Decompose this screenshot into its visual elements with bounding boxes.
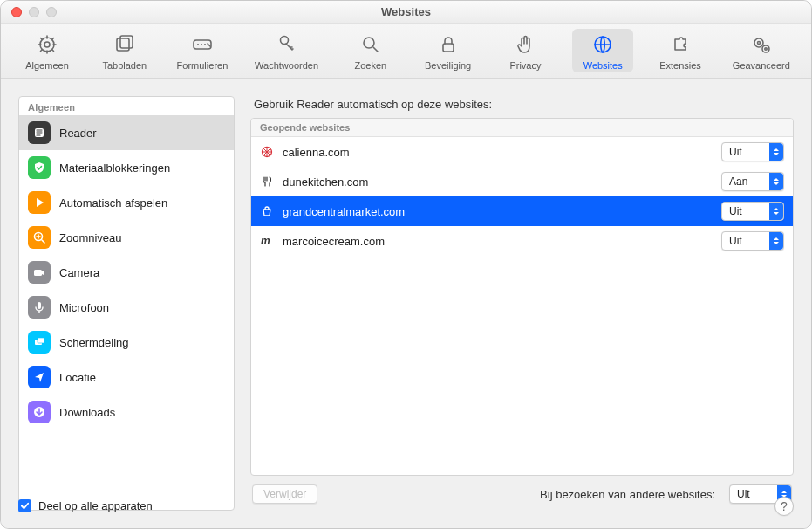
favicon-icon <box>260 175 274 189</box>
list-section-header: Geopende websites <box>251 119 793 137</box>
sidebar-item-label: Reader <box>59 127 97 140</box>
pane-footer: Verwijder Bij bezoeken van andere websit… <box>250 476 794 511</box>
website-value-dropdown[interactable]: Uit <box>721 202 784 221</box>
autofill-icon <box>190 32 215 58</box>
svg-point-12 <box>754 38 763 47</box>
svg-point-13 <box>757 42 760 45</box>
pane-title: Gebruik Reader automatisch op deze websi… <box>250 96 794 118</box>
toolbar-privacy[interactable]: Privacy <box>495 29 556 72</box>
sidebar-item-label: Materiaalblokkeringen <box>59 161 170 175</box>
toolbar-label: Websites <box>583 60 623 71</box>
toolbar-websites[interactable]: Websites <box>572 29 633 72</box>
sidebar-item-autoplay[interactable]: Automatisch afspelen <box>19 185 234 220</box>
location-icon <box>28 366 51 388</box>
dropdown-stepper-icon <box>769 143 783 161</box>
toolbar-label: Extensies <box>659 60 701 71</box>
content-body: Algemeen ReaderMateriaalblokkeringenAuto… <box>1 79 811 528</box>
settings-content: Gebruik Reader automatisch op deze websi… <box>250 96 794 511</box>
toolbar-label: Geavanceerd <box>733 60 790 71</box>
gears-icon <box>749 32 774 58</box>
toolbar-label: Formulieren <box>177 60 229 71</box>
sidebar-item-location[interactable]: Locatie <box>19 360 234 395</box>
website-row[interactable]: grandcentralmarket.com Uit <box>251 196 793 226</box>
dropdown-value: Aan <box>729 175 747 188</box>
sidebar-item-label: Schermdeling <box>59 336 129 349</box>
website-value-dropdown[interactable]: Uit <box>721 231 784 251</box>
sidebar-item-label: Automatisch afspelen <box>59 196 167 210</box>
svg-point-5 <box>197 44 199 45</box>
share-label: Deel op alle apparaten <box>38 499 153 512</box>
favicon-icon <box>260 145 274 159</box>
shield-icon <box>28 156 51 179</box>
preferences-window: Websites AlgemeenTabbladenFormulierenWac… <box>0 0 812 529</box>
toolbar-label: Wachtwoorden <box>255 60 318 71</box>
share-checkbox[interactable] <box>18 499 31 512</box>
website-domain: dunekitchen.com <box>283 175 713 189</box>
sidebar-item-label: Locatie <box>59 371 96 384</box>
toolbar-general[interactable]: Algemeen <box>17 29 78 72</box>
reader-icon <box>28 121 51 144</box>
favicon-icon: m <box>260 234 274 248</box>
dropdown-stepper-icon <box>769 232 783 250</box>
sidebar-item-zoom[interactable]: Zoomniveau <box>19 220 234 255</box>
hand-icon <box>513 32 537 58</box>
toolbar-label: Zoeken <box>354 60 386 71</box>
svg-rect-2 <box>117 38 129 51</box>
website-value-dropdown[interactable]: Uit <box>721 142 784 161</box>
globe-icon <box>590 32 615 58</box>
websites-list: Geopende websites calienna.com Uit dunek… <box>250 118 794 476</box>
website-domain: marcoicecream.com <box>283 235 713 248</box>
puzzle-icon <box>668 32 693 58</box>
svg-point-8 <box>280 37 288 45</box>
mic-icon <box>28 296 51 319</box>
sidebar-item-screenshare[interactable]: Schermdeling <box>19 325 234 360</box>
svg-rect-18 <box>34 270 42 276</box>
window-title: Websites <box>1 5 811 18</box>
svg-point-6 <box>201 44 202 45</box>
website-domain: grandcentralmarket.com <box>283 205 713 218</box>
screen-icon <box>28 331 51 354</box>
sidebar-item-reader[interactable]: Reader <box>19 115 234 150</box>
svg-point-14 <box>762 45 769 52</box>
svg-rect-10 <box>443 44 454 52</box>
sidebar-item-camera[interactable]: Camera <box>19 255 234 290</box>
sidebar-item-label: Camera <box>59 266 99 279</box>
toolbar-security[interactable]: Beveiliging <box>418 29 479 72</box>
zoom-icon <box>28 226 51 249</box>
camera-icon <box>28 261 51 284</box>
toolbar-extensions[interactable]: Extensies <box>650 29 711 72</box>
website-domain: calienna.com <box>283 146 713 159</box>
help-button[interactable]: ? <box>774 497 794 516</box>
website-row[interactable]: calienna.com Uit <box>251 137 793 167</box>
svg-point-7 <box>204 44 206 45</box>
other-websites-label: Bij bezoeken van andere websites: <box>326 488 720 501</box>
website-value-dropdown[interactable]: Aan <box>721 172 784 191</box>
toolbar-label: Beveiliging <box>425 60 471 71</box>
toolbar-label: Tabbladen <box>102 60 147 71</box>
sidebar-item-microphone[interactable]: Microfoon <box>19 290 234 325</box>
search-icon <box>358 32 383 58</box>
sidebar-item-blockers[interactable]: Materiaalblokkeringen <box>19 150 234 185</box>
website-row[interactable]: m marcoicecream.com Uit <box>251 226 793 256</box>
svg-point-9 <box>364 38 374 48</box>
titlebar: Websites <box>1 1 811 24</box>
download-icon <box>28 401 51 423</box>
svg-rect-3 <box>120 36 133 48</box>
sidebar-section-header: Algemeen <box>19 97 234 115</box>
key-icon <box>275 32 299 58</box>
toolbar-search[interactable]: Zoeken <box>340 29 401 72</box>
toolbar-advanced[interactable]: Geavanceerd <box>727 29 795 72</box>
website-row[interactable]: dunekitchen.com Aan <box>251 167 793 196</box>
dropdown-value: Uit <box>729 146 742 158</box>
toolbar-autofill[interactable]: Formulieren <box>172 29 234 72</box>
svg-rect-21 <box>38 338 44 343</box>
share-across-devices[interactable]: Deel op alle apparaten <box>18 499 153 512</box>
remove-button[interactable]: Verwijder <box>252 484 317 504</box>
sidebar-item-downloads[interactable]: Downloads <box>19 395 234 429</box>
sidebar-item-label: Zoomniveau <box>59 231 122 244</box>
favicon-icon <box>260 204 274 218</box>
dropdown-stepper-icon <box>769 203 783 220</box>
toolbar-tabs[interactable]: Tabbladen <box>94 29 155 72</box>
lock-icon <box>436 32 461 58</box>
toolbar-passwords[interactable]: Wachtwoorden <box>249 29 324 72</box>
